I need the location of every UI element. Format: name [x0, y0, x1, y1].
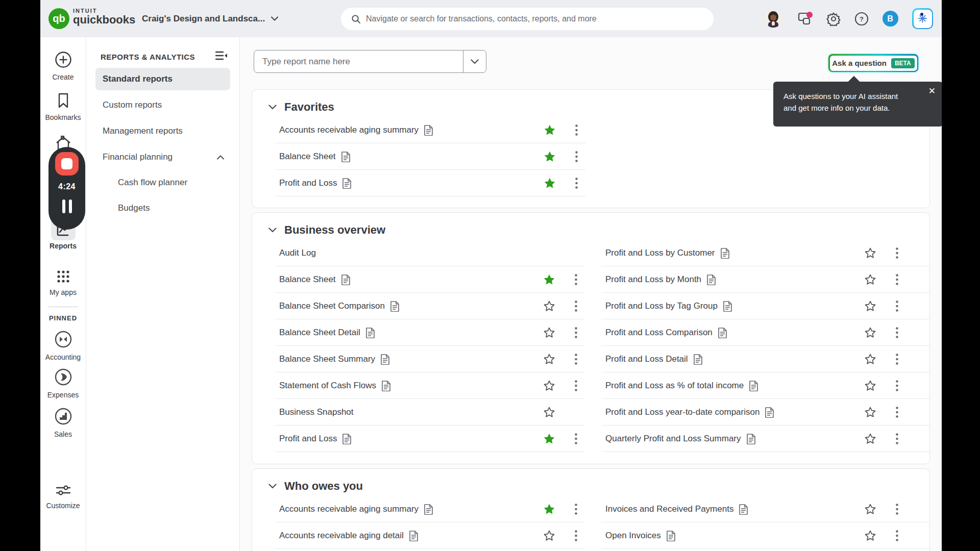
more-actions-icon[interactable]: [572, 380, 580, 392]
favorite-star-icon[interactable]: [544, 151, 556, 163]
sidebar-item-financial-planning[interactable]: Financial planning: [86, 146, 239, 168]
favorite-star-icon[interactable]: [864, 406, 876, 418]
sidebar-item-custom-reports[interactable]: Custom reports: [86, 94, 239, 116]
more-actions-icon[interactable]: [893, 300, 901, 312]
recorder-stop-button[interactable]: [55, 152, 79, 176]
section-chevron-down-icon[interactable]: [268, 228, 277, 233]
report-search-dropdown-button[interactable]: [463, 51, 486, 72]
report-link[interactable]: Profit and Loss: [279, 178, 337, 188]
favorite-star-icon[interactable]: [543, 300, 555, 312]
report-link[interactable]: Profit and Loss by Customer: [605, 248, 715, 258]
section-header-business-overview[interactable]: Business overview: [252, 213, 929, 240]
report-link[interactable]: Open Invoices: [605, 531, 661, 541]
sidebar-item-management-reports[interactable]: Management reports: [86, 120, 239, 142]
report-link[interactable]: Balance Sheet Detail: [279, 328, 360, 338]
sidebar-item-budgets[interactable]: Budgets: [86, 197, 239, 219]
report-link[interactable]: Accounts receivable aging summary: [279, 504, 419, 514]
section-chevron-down-icon[interactable]: [268, 105, 277, 110]
favorite-star-icon[interactable]: [864, 300, 876, 312]
profile-initial-badge[interactable]: B: [881, 0, 899, 37]
report-link[interactable]: Balance Sheet Comparison: [279, 301, 385, 311]
favorite-star-icon[interactable]: [543, 503, 555, 515]
more-actions-icon[interactable]: [893, 503, 901, 515]
favorite-star-icon[interactable]: [543, 530, 555, 542]
favorite-star-icon[interactable]: [864, 380, 876, 392]
report-link[interactable]: Audit Log: [279, 248, 316, 258]
favorite-star-icon[interactable]: [864, 503, 876, 515]
report-link[interactable]: Balance Sheet Summary: [279, 354, 375, 364]
rail-item-accounting[interactable]: Accounting: [40, 330, 86, 361]
more-actions-icon[interactable]: [893, 353, 901, 365]
recorder-pause-button[interactable]: [62, 199, 72, 213]
favorite-star-icon[interactable]: [864, 273, 876, 286]
report-link[interactable]: Accounts receivable aging detail: [279, 531, 404, 541]
settings-gear-icon[interactable]: [825, 0, 842, 37]
more-actions-icon[interactable]: [572, 433, 580, 445]
sidebar-item-standard-reports[interactable]: Standard reports: [95, 68, 230, 90]
favorite-star-icon[interactable]: [543, 353, 555, 365]
report-link[interactable]: Balance Sheet: [279, 274, 336, 285]
more-actions-icon[interactable]: [572, 124, 580, 136]
company-switcher[interactable]: Craig's Design and Landsca...: [142, 0, 278, 37]
ask-a-question-button[interactable]: Ask a question BETA: [828, 54, 918, 72]
report-link[interactable]: Profit and Loss: [279, 434, 337, 444]
more-actions-icon[interactable]: [893, 406, 901, 418]
favorite-star-icon[interactable]: [864, 327, 876, 339]
section-chevron-down-icon[interactable]: [268, 484, 277, 489]
report-link[interactable]: Profit and Loss Detail: [605, 354, 688, 364]
more-actions-icon[interactable]: [893, 327, 901, 339]
more-actions-icon[interactable]: [572, 273, 580, 286]
more-actions-icon[interactable]: [572, 530, 580, 542]
favorite-star-icon[interactable]: [543, 406, 555, 418]
quickbooks-logo-icon[interactable]: qb: [48, 8, 69, 29]
report-link[interactable]: Invoices and Received Payments: [605, 504, 733, 514]
favorite-star-icon[interactable]: [864, 433, 876, 445]
tooltip-close-icon[interactable]: ✕: [928, 87, 936, 95]
report-link[interactable]: Profit and Loss year-to-date comparison: [605, 407, 760, 417]
report-link[interactable]: Balance Sheet: [279, 152, 336, 162]
more-actions-icon[interactable]: [572, 151, 580, 163]
more-actions-icon[interactable]: [572, 300, 580, 312]
section-header-who-owes-you[interactable]: Who owes you: [252, 469, 929, 496]
notifications-icon[interactable]: [797, 0, 814, 37]
report-link[interactable]: Profit and Loss by Month: [605, 274, 701, 285]
favorite-star-icon[interactable]: [864, 247, 876, 259]
global-search-bar[interactable]: Navigate or search for transactions, con…: [341, 8, 714, 30]
favorite-star-icon[interactable]: [543, 380, 555, 392]
more-actions-icon[interactable]: [572, 353, 580, 365]
favorite-star-icon[interactable]: [864, 530, 876, 542]
favorite-star-icon[interactable]: [543, 273, 555, 286]
favorite-star-icon[interactable]: [544, 177, 556, 189]
more-actions-icon[interactable]: [893, 247, 901, 259]
user-avatar[interactable]: [764, 0, 782, 37]
report-link[interactable]: Statement of Cash Flows: [279, 381, 376, 391]
report-link[interactable]: Business Snapshot: [279, 407, 354, 417]
report-link[interactable]: Accounts receivable aging summary: [279, 125, 419, 135]
favorite-star-icon[interactable]: [543, 327, 555, 339]
rail-item-sales[interactable]: Sales: [40, 407, 86, 438]
rail-item-bookmarks[interactable]: Bookmarks: [40, 92, 86, 121]
rail-item-create[interactable]: Create: [40, 51, 86, 81]
more-actions-icon[interactable]: [893, 530, 901, 542]
rail-item-my-apps[interactable]: My apps: [40, 269, 86, 296]
report-link[interactable]: Profit and Loss as % of total income: [605, 381, 744, 391]
more-actions-icon[interactable]: [572, 177, 580, 189]
favorite-star-icon[interactable]: [864, 353, 876, 365]
report-link[interactable]: Profit and Loss by Tag Group: [605, 301, 718, 311]
report-search-input[interactable]: [254, 57, 463, 67]
rail-item-expenses[interactable]: Expenses: [40, 368, 86, 399]
sidebar-item-cash-flow-planner[interactable]: Cash flow planner: [86, 171, 239, 194]
more-actions-icon[interactable]: [572, 327, 580, 339]
report-link[interactable]: Profit and Loss Comparison: [605, 328, 713, 338]
more-actions-icon[interactable]: [893, 380, 901, 392]
browser-extension-button[interactable]: ✳: [912, 8, 933, 29]
report-link[interactable]: Quarterly Profit and Loss Summary: [605, 434, 741, 444]
more-actions-icon[interactable]: [893, 433, 901, 445]
help-icon[interactable]: ?: [854, 0, 869, 37]
favorite-star-icon[interactable]: [544, 124, 556, 136]
more-actions-icon[interactable]: [893, 273, 901, 286]
more-actions-icon[interactable]: [572, 503, 580, 515]
collapse-panel-icon[interactable]: [215, 51, 228, 60]
favorite-star-icon[interactable]: [543, 433, 555, 445]
rail-item-customize[interactable]: Customize: [40, 484, 86, 510]
